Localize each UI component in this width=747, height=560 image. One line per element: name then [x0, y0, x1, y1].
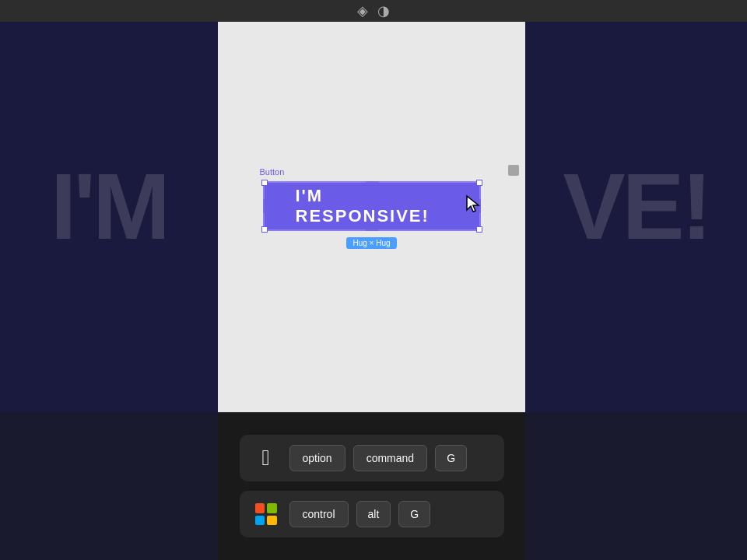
- handle-top-right[interactable]: [476, 180, 482, 186]
- command-key[interactable]: command: [353, 445, 427, 471]
- right-edge-element: [508, 165, 519, 176]
- canvas-panel: 0 25 50 75 100 125 150 175 198 Button: [218, 0, 525, 412]
- resize-bottom[interactable]: [365, 229, 379, 231]
- resize-left[interactable]: [263, 199, 265, 213]
- background-left: I'M: [0, 0, 218, 412]
- windows-q3: [255, 516, 265, 526]
- option-key[interactable]: option: [289, 445, 345, 471]
- canvas-content[interactable]: Button I'M RESPONSIVE! Hug × Hug: [218, 17, 525, 412]
- apple-icon: : [261, 446, 269, 471]
- handle-bottom-left[interactable]: [261, 226, 268, 233]
- handle-top-left[interactable]: [261, 180, 268, 186]
- hug-badge: Hug × Hug: [346, 237, 396, 249]
- g-key-mac[interactable]: G: [435, 445, 467, 471]
- windows-os-icon: [251, 499, 282, 530]
- windows-icon: [255, 503, 277, 525]
- top-toolbar: ◈ ◑: [0, 0, 747, 22]
- canvas-element-wrapper[interactable]: Button I'M RESPONSIVE! Hug × Hug: [263, 181, 481, 249]
- mac-shortcut-row:  option command G: [240, 435, 504, 481]
- bg-left-text: I'M: [51, 152, 167, 260]
- diamond-icon[interactable]: ◈: [357, 2, 368, 19]
- windows-q4: [267, 516, 277, 526]
- handle-bottom-right[interactable]: [476, 226, 482, 233]
- windows-shortcut-row: control alt G: [240, 491, 504, 537]
- canvas-button-text: I'M RESPONSIVE!: [296, 186, 448, 226]
- apple-os-icon: : [251, 443, 282, 474]
- bg-right-text: VE!: [563, 152, 709, 260]
- resize-top[interactable]: [365, 181, 379, 184]
- alt-key[interactable]: alt: [356, 501, 391, 527]
- contrast-icon[interactable]: ◑: [377, 2, 390, 19]
- control-key[interactable]: control: [289, 501, 349, 527]
- shortcuts-area:  option command G control alt G: [218, 412, 525, 560]
- g-key-windows[interactable]: G: [398, 501, 430, 527]
- windows-q2: [267, 503, 277, 513]
- background-right: VE!: [525, 0, 747, 412]
- windows-q1: [255, 503, 265, 513]
- canvas-button[interactable]: I'M RESPONSIVE!: [263, 181, 481, 231]
- element-label: Button: [260, 167, 285, 177]
